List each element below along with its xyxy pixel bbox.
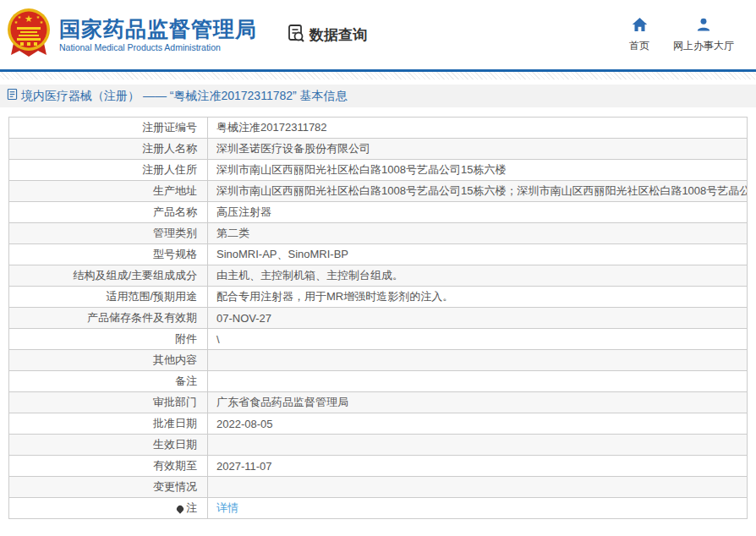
site-title: 国家药品监督管理局	[59, 17, 257, 41]
table-row: 备注	[9, 371, 748, 392]
row-label: 有效期至	[9, 456, 208, 477]
row-value-text: 由主机、主控制机箱、主控制台组成。	[216, 269, 403, 282]
row-label: 备注	[9, 371, 208, 392]
row-value-text: 深圳圣诺医疗设备股份有限公司	[216, 142, 370, 155]
row-label: 结构及组成/主要组成成分	[9, 265, 208, 287]
row-label-text: 其他内容	[153, 353, 197, 366]
table-row: 生效日期	[9, 435, 748, 456]
table-row: 结构及组成/主要组成成分由主机、主控制机箱、主控制台组成。	[9, 265, 748, 287]
row-value: 深圳圣诺医疗设备股份有限公司	[208, 139, 748, 160]
row-label-text: 注	[186, 501, 197, 514]
svg-text:★: ★	[14, 19, 19, 25]
row-label: 适用范围/预期用途	[9, 287, 208, 308]
svg-text:★: ★	[40, 19, 44, 25]
row-value: 由主机、主控制机箱、主控制台组成。	[208, 265, 748, 287]
row-value: 深圳市南山区西丽阳光社区松白路1008号艺晶公司15栋六楼	[208, 160, 748, 181]
table-row: 附件\	[9, 329, 748, 350]
site-header: ★ ★ ★ ★ ★ 国家药品监督管理局 National Medical Pro…	[0, 0, 756, 69]
row-value-text: 深圳市南山区西丽阳光社区松白路1008号艺晶公司15栋六楼	[216, 163, 506, 176]
row-label: 管理类别	[9, 223, 208, 244]
row-label-text: 附件	[175, 332, 197, 345]
header-nav: 首页 网上办事大厅	[629, 17, 734, 53]
table-row: 注册证编号粤械注准20172311782	[9, 118, 748, 139]
table-row: 产品名称高压注射器	[9, 202, 748, 223]
row-value: 2027-11-07	[208, 456, 748, 477]
table-row: 批准日期2022-08-05	[9, 413, 748, 435]
table-row: 有效期至2027-11-07	[9, 456, 748, 477]
row-value-text: 高压注射器	[216, 205, 271, 218]
row-value	[208, 477, 748, 498]
row-value: 第二类	[208, 223, 748, 244]
table-row: 生产地址深圳市南山区西丽阳光社区松白路1008号艺晶公司15栋六楼；深圳市南山区…	[9, 181, 748, 202]
row-value: 高压注射器	[208, 202, 748, 223]
row-label: 注	[9, 498, 208, 519]
table-row: 变更情况	[9, 477, 748, 498]
home-icon	[632, 17, 648, 36]
details-link[interactable]: 详情	[216, 501, 238, 514]
row-value: 07-NOV-27	[208, 308, 748, 329]
table-row: 审批部门广东省食品药品监督管理局	[9, 392, 748, 413]
row-label-text: 管理类别	[153, 227, 197, 239]
row-value: 2022-08-05	[208, 413, 748, 435]
row-label-text: 批准日期	[153, 417, 197, 429]
row-value-text: 配合专用注射器，用于MR增强时造影剂的注入。	[216, 290, 453, 303]
nav-item-label: 网上办事大厅	[673, 39, 734, 53]
site-title-block: 国家药品监督管理局 National Medical Products Admi…	[59, 17, 257, 53]
data-query-icon	[286, 23, 306, 46]
nav-item-service-hall[interactable]: 网上办事大厅	[673, 17, 734, 53]
national-emblem-logo: ★ ★ ★ ★ ★	[7, 8, 51, 62]
table-row: 型号规格SinoMRI-AP、SinoMRI-BP	[9, 244, 748, 265]
row-value-text: 2022-08-05	[216, 418, 273, 430]
row-label-text: 审批部门	[153, 396, 197, 408]
breadcrumb: 境内医疗器械（注册） —— “粤械注准20172311782” 基本信息	[0, 85, 756, 107]
svg-text:★: ★	[25, 14, 33, 24]
row-value: 粤械注准20172311782	[208, 118, 748, 139]
row-label: 其他内容	[9, 350, 208, 371]
table-row: 产品储存条件及有效期07-NOV-27	[9, 308, 748, 329]
table-row: 管理类别第二类	[9, 223, 748, 244]
page-title: 境内医疗器械（注册） —— “粤械注准20172311782” 基本信息	[21, 89, 348, 104]
info-table-body: 注册证编号粤械注准20172311782注册人名称深圳圣诺医疗设备股份有限公司注…	[9, 118, 748, 519]
row-label: 注册人名称	[9, 139, 208, 160]
row-label: 产品储存条件及有效期	[9, 308, 208, 329]
table-row: 其他内容	[9, 350, 748, 371]
row-value	[208, 350, 748, 371]
row-value-text: \	[216, 333, 220, 346]
row-label-text: 结构及组成/主要组成成分	[73, 269, 197, 282]
document-icon	[7, 88, 18, 104]
nav-item-home[interactable]: 首页	[629, 17, 649, 53]
row-value-text: SinoMRI-AP、SinoMRI-BP	[216, 248, 348, 260]
registration-info-table: 注册证编号粤械注准20172311782注册人名称深圳圣诺医疗设备股份有限公司注…	[8, 117, 748, 519]
row-label: 注册人住所	[9, 160, 208, 181]
row-label: 注册证编号	[9, 118, 208, 139]
data-query-section[interactable]: 数据查询	[286, 23, 367, 46]
row-value: 详情	[208, 498, 748, 519]
row-label-text: 适用范围/预期用途	[106, 290, 197, 303]
row-label-text: 注册人名称	[142, 142, 197, 155]
row-value	[208, 371, 748, 392]
row-label: 审批部门	[9, 392, 208, 413]
row-value-text: 广东省食品药品监督管理局	[216, 396, 348, 408]
row-value-text: 深圳市南山区西丽阳光社区松白路1008号艺晶公司15栋六楼；深圳市南山区西丽阳光…	[216, 184, 748, 197]
row-label-text: 变更情况	[153, 480, 197, 493]
row-label-text: 产品储存条件及有效期	[87, 311, 197, 324]
row-value: 配合专用注射器，用于MR增强时造影剂的注入。	[208, 287, 748, 308]
table-row: 注册人住所深圳市南山区西丽阳光社区松白路1008号艺晶公司15栋六楼	[9, 160, 748, 181]
row-label-text: 生效日期	[153, 438, 197, 451]
row-label: 变更情况	[9, 477, 208, 498]
row-label-text: 产品名称	[153, 205, 197, 218]
spacer	[0, 107, 756, 117]
row-label-text: 备注	[175, 375, 197, 387]
row-value-text: 粤械注准20172311782	[216, 121, 327, 134]
user-icon	[696, 17, 711, 36]
registration-info-table-wrap: 注册证编号粤械注准20172311782注册人名称深圳圣诺医疗设备股份有限公司注…	[8, 117, 748, 519]
row-label-text: 有效期至	[153, 459, 197, 472]
row-label-text: 注册证编号	[142, 121, 197, 134]
row-label-text: 注册人住所	[142, 163, 197, 176]
note-pin-icon	[175, 504, 184, 513]
row-value: 深圳市南山区西丽阳光社区松白路1008号艺晶公司15栋六楼；深圳市南山区西丽阳光…	[208, 181, 748, 202]
svg-text:★: ★	[18, 14, 22, 19]
data-query-label: 数据查询	[310, 25, 367, 45]
table-row: 注册人名称深圳圣诺医疗设备股份有限公司	[9, 139, 748, 160]
row-label: 批准日期	[9, 413, 208, 435]
